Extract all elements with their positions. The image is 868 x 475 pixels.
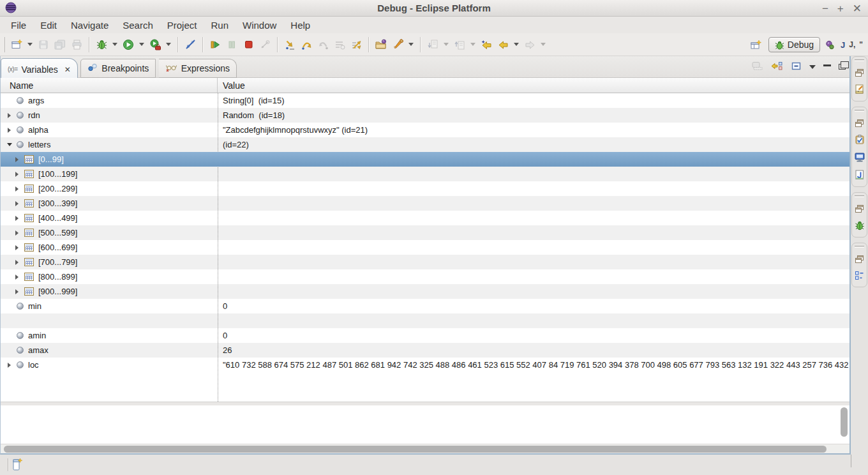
restore-icon[interactable]: [855, 254, 864, 266]
resume-button[interactable]: [207, 36, 223, 54]
array-partition-row[interactable]: [200...299]: [1, 181, 849, 196]
expander-icon[interactable]: [13, 157, 21, 162]
link-with-debug-icon[interactable]: [771, 61, 783, 73]
outline-icon[interactable]: [855, 271, 864, 283]
variable-row[interactable]: amin0: [1, 328, 849, 343]
expander-icon[interactable]: [5, 113, 13, 118]
trim-drag-handle[interactable]: [855, 195, 864, 197]
terminate-button[interactable]: [240, 36, 257, 54]
run-external-tools-button[interactable]: [147, 36, 163, 54]
debug-perspective-button[interactable]: Debug: [768, 37, 820, 52]
run-button[interactable]: [120, 36, 137, 54]
menu-item-help[interactable]: Help: [283, 19, 317, 32]
tab-close-icon[interactable]: ✕: [64, 65, 71, 74]
close-button[interactable]: ✕: [853, 3, 862, 14]
use-step-filters-button[interactable]: [348, 36, 364, 54]
print-button[interactable]: [68, 36, 85, 54]
trim-drag-handle[interactable]: [855, 110, 864, 112]
expander-icon[interactable]: [5, 143, 13, 146]
restore-icon[interactable]: [855, 118, 864, 130]
clipped-perspective-label[interactable]: ": [859, 40, 863, 49]
trim-drag-handle[interactable]: [855, 246, 864, 248]
java-perspective-button[interactable]: [824, 36, 837, 54]
expander-icon[interactable]: [13, 216, 21, 221]
array-partition-row[interactable]: [900...999]: [1, 284, 849, 299]
array-partition-row[interactable]: [400...499]: [1, 211, 849, 225]
minimize-button[interactable]: −: [822, 3, 828, 14]
save-all-button[interactable]: [52, 36, 68, 54]
minimize-view-icon[interactable]: [823, 64, 831, 66]
column-header-name[interactable]: Name: [1, 78, 218, 93]
variable-row[interactable]: loc"610 732 588 674 575 212 487 501 862 …: [1, 358, 849, 372]
variable-row[interactable]: rdnRandom (id=18): [1, 108, 849, 123]
expander-icon[interactable]: [13, 275, 21, 280]
debug-view-icon[interactable]: [855, 220, 865, 233]
array-partition-row[interactable]: [500...599]: [1, 225, 849, 240]
menu-item-run[interactable]: Run: [204, 19, 236, 32]
variable-row[interactable]: letters(id=22): [1, 137, 849, 152]
detail-horizontal-scrollbar-track[interactable]: [1, 444, 849, 453]
variable-row[interactable]: argsString[0] (id=15): [1, 93, 849, 108]
fast-view-icon[interactable]: [13, 458, 23, 474]
expander-icon[interactable]: [13, 260, 21, 265]
run-dropdown[interactable]: [139, 43, 144, 46]
tab-breakpoints[interactable]: Breakpoints: [80, 59, 156, 78]
trim-drag-handle[interactable]: [855, 59, 864, 61]
expander-icon[interactable]: [13, 201, 21, 206]
suspend-button[interactable]: [223, 36, 240, 54]
javadoc-icon[interactable]: [855, 170, 864, 183]
array-partition-row[interactable]: [300...399]: [1, 196, 849, 211]
array-partition-row[interactable]: [700...799]: [1, 255, 849, 269]
new-wizard-button[interactable]: [8, 36, 25, 54]
view-menu-icon[interactable]: [809, 65, 816, 69]
tab-expressions[interactable]: Expressions: [159, 59, 237, 78]
open-task-button[interactable]: [373, 36, 389, 54]
java-perspective-label[interactable]: J: [841, 40, 845, 50]
run-external-tools-dropdown[interactable]: [166, 43, 171, 46]
step-into-button[interactable]: [281, 36, 298, 54]
menu-item-file[interactable]: File: [4, 19, 33, 32]
editor-icon[interactable]: [855, 84, 865, 97]
menu-item-edit[interactable]: Edit: [33, 19, 64, 32]
console-icon[interactable]: [855, 153, 865, 165]
forward-button[interactable]: [521, 36, 538, 54]
skip-all-breakpoints-button[interactable]: [182, 36, 198, 54]
collapse-all-icon[interactable]: [791, 61, 802, 73]
array-partition-row[interactable]: [800...899]: [1, 269, 849, 284]
array-partition-row[interactable]: [100...199]: [1, 167, 849, 181]
debug-button[interactable]: [93, 36, 110, 54]
previous-annotation-button[interactable]: [451, 36, 468, 54]
column-header-value[interactable]: Value: [218, 78, 849, 93]
save-button[interactable]: [35, 36, 52, 54]
open-perspective-button[interactable]: [748, 36, 765, 54]
previous-annotation-dropdown[interactable]: [470, 43, 475, 46]
expander-icon[interactable]: [5, 128, 13, 133]
tasks-icon[interactable]: [855, 135, 865, 147]
next-annotation-button[interactable]: [424, 36, 441, 54]
show-logical-structure-icon[interactable]: [752, 61, 763, 73]
detail-vertical-scrollbar[interactable]: [841, 407, 848, 437]
new-wizard-dropdown[interactable]: [27, 43, 33, 46]
step-over-button[interactable]: [298, 36, 315, 54]
back-dropdown[interactable]: [514, 43, 519, 46]
disconnect-button[interactable]: [257, 36, 273, 54]
search-highlight-dropdown[interactable]: [408, 43, 414, 46]
expander-icon[interactable]: [13, 289, 21, 294]
restore-icon[interactable]: [855, 204, 864, 215]
search-highlight-button[interactable]: [389, 36, 406, 54]
maximize-view-icon[interactable]: [839, 64, 846, 70]
variable-row[interactable]: alpha"Zabcdefghijklmnopqrstuvwxyz" (id=2…: [1, 123, 849, 137]
show-execution-point-button[interactable]: [331, 36, 348, 54]
expander-icon[interactable]: [5, 363, 13, 368]
restore-icon[interactable]: [855, 68, 864, 79]
variable-row[interactable]: min0: [1, 299, 849, 313]
menu-item-project[interactable]: Project: [160, 19, 204, 32]
step-return-button[interactable]: [315, 36, 331, 54]
detail-pane[interactable]: [1, 405, 849, 453]
column-divider[interactable]: [218, 93, 218, 402]
maximize-button[interactable]: +: [837, 3, 844, 14]
variable-row[interactable]: amax26: [1, 343, 849, 358]
back-button[interactable]: [495, 36, 511, 54]
menu-item-navigate[interactable]: Navigate: [64, 19, 116, 32]
expander-icon[interactable]: [13, 230, 21, 236]
